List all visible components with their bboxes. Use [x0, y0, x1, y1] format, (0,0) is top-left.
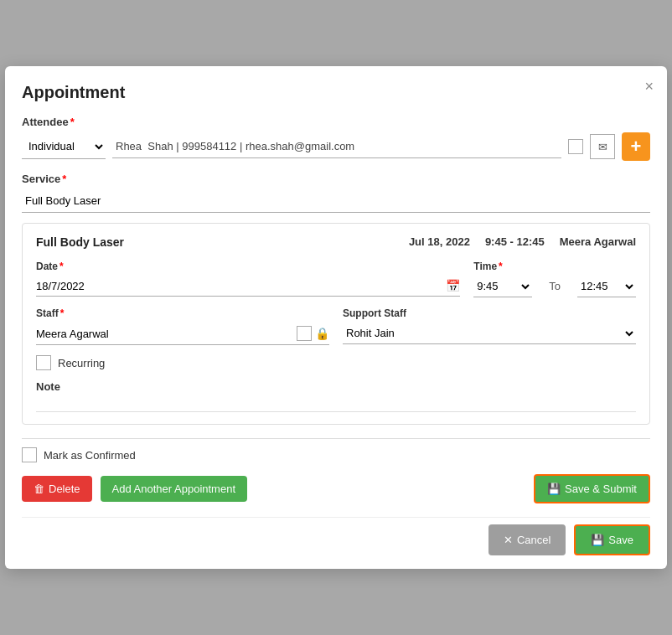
- recurring-row: Recurring: [36, 355, 636, 370]
- to-label: To: [545, 280, 564, 297]
- support-staff-label: Support Staff: [343, 307, 636, 319]
- staff-field: Staff* 🔒: [36, 307, 329, 345]
- appointment-modal: × Appointment Attendee* Individual Group…: [5, 66, 667, 569]
- attendee-label: Attendee*: [22, 116, 650, 128]
- time-from-select[interactable]: 9:45 9:00 10:00 12:45: [473, 276, 532, 297]
- mark-confirmed-checkbox[interactable]: [22, 447, 37, 462]
- save-submit-icon: 💾: [547, 483, 561, 495]
- support-staff-select[interactable]: Rohit Jain Other Staff: [343, 323, 636, 344]
- time-to-select[interactable]: 12:45 9:45 10:00 11:00: [577, 276, 636, 297]
- attendee-type-select[interactable]: Individual Group: [22, 134, 106, 159]
- calendar-icon[interactable]: 📅: [446, 279, 460, 292]
- save-submit-button[interactable]: 💾 Save & Submit: [534, 474, 650, 503]
- save-icon: 💾: [591, 534, 604, 546]
- attendee-checkbox[interactable]: [568, 139, 583, 154]
- section-divider: [22, 438, 650, 439]
- delete-button[interactable]: 🗑 Delete: [22, 476, 92, 502]
- card-time-meta: 9:45 - 12:45: [485, 235, 545, 248]
- staff-checkbox[interactable]: [297, 326, 312, 341]
- service-label: Service*: [22, 173, 650, 185]
- cancel-button[interactable]: ✕ Cancel: [488, 524, 566, 555]
- save-button[interactable]: 💾 Save: [574, 524, 650, 555]
- staff-row: Staff* 🔒 Support Staff Rohit Jain Other …: [36, 307, 636, 345]
- close-button[interactable]: ×: [644, 78, 654, 96]
- modal-title: Appointment: [22, 83, 650, 102]
- service-card: Full Body Laser Jul 18, 2022 9:45 - 12:4…: [22, 223, 650, 425]
- support-staff-field: Support Staff Rohit Jain Other Staff: [343, 307, 636, 345]
- date-input-wrap: 📅: [36, 276, 460, 297]
- action-row: 🗑 Delete Add Another Appointment 💾 Save …: [22, 474, 650, 503]
- date-time-row: Date* 📅 Time* 9:45 9:00 10:00: [36, 261, 636, 297]
- service-card-meta: Jul 18, 2022 9:45 - 12:45 Meera Agarwal: [409, 235, 636, 248]
- staff-label: Staff*: [36, 307, 329, 319]
- card-date-meta: Jul 18, 2022: [409, 235, 470, 248]
- time-to-field: To 12:45 9:45 10:00 11:00: [577, 261, 636, 297]
- footer-row: ✕ Cancel 💾 Save: [22, 517, 650, 555]
- service-section: Service*: [22, 173, 650, 213]
- date-label: Date*: [36, 261, 460, 272]
- add-attendee-button[interactable]: +: [622, 132, 650, 161]
- mark-confirmed-row: Mark as Confirmed: [22, 447, 650, 462]
- staff-input[interactable]: [36, 328, 297, 340]
- recurring-checkbox[interactable]: [36, 355, 51, 370]
- attendee-section: Attendee* Individual Group ✉ +: [22, 116, 650, 161]
- staff-input-wrap: 🔒: [36, 323, 329, 345]
- email-icon: ✉: [598, 141, 607, 153]
- note-section: Note: [36, 380, 636, 412]
- cancel-icon: ✕: [504, 534, 513, 546]
- card-staff-meta: Meera Agarwal: [560, 235, 636, 248]
- add-another-appointment-button[interactable]: Add Another Appointment: [101, 476, 247, 502]
- time-from-field: Time* 9:45 9:00 10:00 12:45: [473, 261, 532, 297]
- note-divider: [36, 411, 636, 412]
- mark-confirmed-label: Mark as Confirmed: [44, 449, 136, 462]
- date-input[interactable]: [36, 280, 446, 292]
- time-label: Time*: [473, 261, 532, 272]
- note-label: Note: [36, 380, 636, 393]
- service-input[interactable]: [22, 189, 650, 213]
- attendee-search-input[interactable]: [112, 135, 561, 158]
- service-card-title: Full Body Laser: [36, 235, 124, 249]
- recurring-label: Recurring: [58, 357, 105, 369]
- lock-icon[interactable]: 🔒: [315, 327, 329, 340]
- plus-icon: +: [631, 136, 642, 157]
- trash-icon: 🗑: [34, 483, 44, 495]
- attendee-row: Individual Group ✉ +: [22, 132, 650, 161]
- email-icon-btn[interactable]: ✉: [590, 134, 615, 159]
- service-card-header: Full Body Laser Jul 18, 2022 9:45 - 12:4…: [36, 235, 636, 249]
- date-field: Date* 📅: [36, 261, 460, 297]
